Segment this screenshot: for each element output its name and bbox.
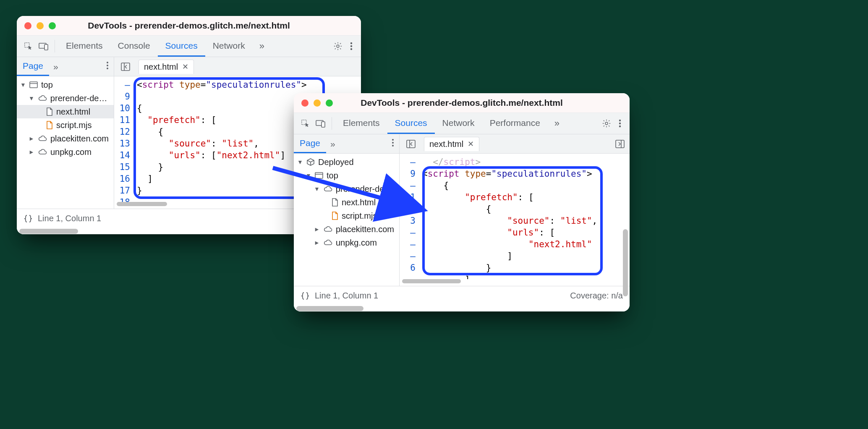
page-tab[interactable]: Page [294, 134, 326, 153]
tree-node[interactable]: prerender-demos.glitch.me [294, 182, 399, 196]
svg-point-6 [350, 48, 352, 50]
tree-twisty-icon[interactable] [314, 186, 320, 192]
toggle-debugger-icon[interactable] [610, 134, 630, 153]
svg-rect-28 [315, 173, 323, 178]
tree-node[interactable]: script.mjs [17, 118, 114, 132]
tree-twisty-icon[interactable] [29, 149, 34, 155]
frame-icon [315, 172, 323, 179]
tree-label: Deployed [318, 157, 354, 167]
svg-point-7 [107, 62, 108, 63]
svg-point-5 [350, 45, 352, 47]
navigator-header: Page » [17, 57, 114, 76]
zoom-window-icon[interactable] [326, 99, 333, 107]
status-bar: Line 1, Column 1 Coverage: n/a [294, 286, 630, 305]
tree-node[interactable]: script.mjs [294, 209, 399, 222]
cloud-icon [323, 239, 332, 246]
tree-twisty-icon[interactable] [297, 159, 303, 165]
tab-elements[interactable]: Elements [335, 113, 387, 134]
kebab-menu-icon[interactable] [614, 119, 625, 128]
tree-node[interactable]: next.html [294, 196, 399, 209]
kebab-menu-icon[interactable] [346, 42, 357, 50]
vertical-scrollbar[interactable] [623, 229, 628, 296]
divider [55, 40, 55, 52]
close-tab-icon[interactable]: ✕ [468, 140, 474, 148]
tab-elements[interactable]: Elements [58, 36, 110, 57]
svg-point-9 [107, 68, 108, 69]
toggle-navigator-icon[interactable] [118, 63, 133, 71]
window-scrollbar[interactable] [294, 305, 630, 311]
cursor-position: Line 1, Column 1 [38, 214, 101, 223]
devtools-window-2: DevTools - prerender-demos.glitch.me/nex… [294, 93, 630, 311]
tree-label: next.html [342, 198, 376, 207]
tree-node[interactable]: unpkg.com [17, 145, 114, 159]
toggle-navigator-icon[interactable] [404, 140, 418, 148]
tree-node[interactable]: Deployed [294, 155, 399, 169]
tree-twisty-icon[interactable] [306, 172, 311, 179]
code-line: "next2.html" [422, 238, 630, 250]
tree-node[interactable]: prerender-demos.glitch.me [17, 92, 114, 105]
tree-twisty-icon[interactable] [314, 226, 320, 233]
tree-twisty-icon[interactable] [314, 239, 320, 246]
code-editor: –9–1–3–––6–––20 </script><script type="s… [400, 154, 630, 286]
tree-twisty-icon[interactable] [29, 135, 34, 142]
navigator-kebab-icon[interactable] [387, 139, 399, 149]
horizontal-scrollbar[interactable] [400, 279, 630, 286]
tab-network[interactable]: Network [435, 113, 482, 134]
devtools-tabstrip: ElementsConsoleSourcesNetwork » [17, 35, 361, 57]
zoom-window-icon[interactable] [49, 22, 56, 29]
tree-label: top [327, 171, 338, 180]
navigator-kebab-icon[interactable] [101, 61, 114, 72]
tree-label: unpkg.com [50, 147, 92, 157]
settings-gear-icon[interactable] [333, 42, 342, 51]
minimize-window-icon[interactable] [37, 22, 44, 29]
minimize-window-icon[interactable] [314, 99, 321, 107]
svg-point-4 [350, 42, 352, 44]
svg-rect-16 [322, 122, 325, 127]
code-line: "source": "list", [422, 215, 630, 227]
code-line: ] [422, 274, 630, 279]
pretty-print-icon[interactable] [301, 292, 310, 300]
line-gutter: –9–1–3–––6–––20 [400, 154, 418, 279]
editor-tab-next-html[interactable]: next.html ✕ [139, 60, 194, 74]
tab-network[interactable]: Network [205, 36, 253, 57]
window-controls [294, 93, 340, 112]
cloud-icon [38, 149, 47, 155]
settings-gear-icon[interactable] [602, 119, 611, 128]
tab-sources[interactable]: Sources [158, 36, 205, 57]
editor-tab-next-html[interactable]: next.html ✕ [424, 137, 479, 151]
tree-twisty-icon[interactable] [20, 81, 26, 88]
tab-console[interactable]: Console [110, 36, 158, 57]
tree-node[interactable]: next.html [17, 105, 114, 118]
svg-point-3 [337, 45, 339, 47]
pretty-print-icon[interactable] [24, 214, 33, 223]
close-window-icon[interactable] [24, 22, 31, 29]
sources-subbar: Page » next.html ✕ [294, 134, 630, 154]
inspect-element-icon[interactable] [301, 119, 310, 128]
close-window-icon[interactable] [301, 99, 309, 107]
device-toolbar-icon[interactable] [316, 119, 326, 128]
tree-node[interactable]: placekitten.com [294, 222, 399, 236]
close-tab-icon[interactable]: ✕ [182, 63, 188, 71]
tree-node[interactable]: top [294, 169, 399, 182]
device-toolbar-icon[interactable] [39, 42, 49, 50]
tree-node[interactable]: placekitten.com [17, 132, 114, 145]
code-area[interactable]: </script><script type="speculationrules"… [418, 154, 630, 279]
navigator-more-icon[interactable]: » [49, 62, 63, 72]
tree-label: script.mjs [342, 211, 377, 221]
page-tab[interactable]: Page [17, 57, 49, 76]
tree-label: placekitten.com [50, 134, 109, 144]
svg-point-21 [392, 139, 394, 141]
inspect-element-icon[interactable] [24, 42, 33, 51]
more-tabs-icon[interactable]: » [551, 118, 563, 129]
tree-label: prerender-demos.glitch.me [50, 94, 114, 103]
navigator-more-icon[interactable]: » [326, 139, 340, 149]
editor-tab-label: next.html [144, 62, 178, 72]
tree-node[interactable]: top [17, 78, 114, 92]
code-line: { [422, 203, 630, 215]
code-line: } [422, 262, 630, 274]
tree-twisty-icon[interactable] [29, 95, 34, 102]
tab-sources[interactable]: Sources [387, 113, 435, 134]
tree-node[interactable]: unpkg.com [294, 236, 399, 249]
more-tabs-icon[interactable]: » [256, 41, 268, 52]
tab-performance[interactable]: Performance [482, 113, 548, 134]
